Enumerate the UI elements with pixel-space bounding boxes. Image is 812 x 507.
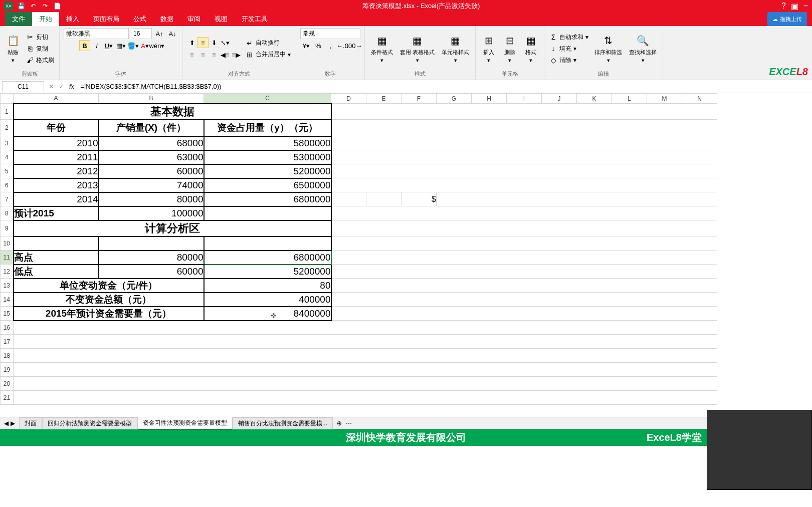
save-button[interactable]: 💾 xyxy=(17,2,25,10)
tab-dev[interactable]: 开发工具 xyxy=(235,12,275,26)
row-header[interactable]: 1 xyxy=(1,104,14,120)
col-header-g[interactable]: G xyxy=(437,94,472,104)
decrease-font-button[interactable]: A↓ xyxy=(167,28,178,39)
cell[interactable]: 5300000 xyxy=(204,150,331,164)
col-header-n[interactable]: N xyxy=(682,94,717,104)
cell-selected[interactable]: 6800000 xyxy=(204,250,331,265)
row-header[interactable]: 11 xyxy=(1,250,14,265)
cell[interactable]: 5800000 xyxy=(204,136,331,150)
row-header[interactable]: 2 xyxy=(1,120,14,136)
sheet-tab-cover[interactable]: 封面 xyxy=(19,417,42,429)
sheet-nav-next[interactable]: ▶ xyxy=(11,420,15,427)
row-header[interactable]: 18 xyxy=(1,349,14,363)
tab-file[interactable]: 文件 xyxy=(5,12,32,26)
cell[interactable]: 2013 xyxy=(14,178,99,192)
sheet-tab-percent[interactable]: 销售百分比法预测资金需要量模... xyxy=(233,417,333,429)
increase-font-button[interactable]: A↑ xyxy=(154,28,165,39)
redo-button[interactable]: ↷ xyxy=(41,2,49,10)
tab-view[interactable]: 视图 xyxy=(208,12,235,26)
cell[interactable]: 80000 xyxy=(99,250,204,265)
col-header-j[interactable]: J xyxy=(542,94,577,104)
cancel-formula-button[interactable]: ✕ xyxy=(46,81,56,92)
select-all-corner[interactable] xyxy=(1,94,14,104)
painter-button[interactable]: 🖌格式刷 xyxy=(25,55,55,66)
tab-home[interactable]: 开始 xyxy=(32,12,59,26)
sort-filter-button[interactable]: ⇅排序和筛选▾ xyxy=(592,32,624,66)
col-header-c[interactable]: C xyxy=(204,94,331,104)
delete-cells-button[interactable]: ⊟删除▾ xyxy=(501,32,519,66)
find-select-button[interactable]: 🔍查找和选择▾ xyxy=(627,32,659,66)
table-format-button[interactable]: ▦套用 表格格式▾ xyxy=(398,32,437,66)
formula-bar[interactable] xyxy=(77,81,812,92)
bold-button[interactable]: B xyxy=(79,40,90,51)
currency-button[interactable]: ¥▾ xyxy=(301,40,312,51)
row-header[interactable]: 7 xyxy=(1,192,14,206)
col-header-b[interactable]: B xyxy=(99,94,204,104)
align-bottom-button[interactable]: ⬇ xyxy=(209,37,220,48)
new-button[interactable]: 📄 xyxy=(53,2,61,10)
name-box[interactable] xyxy=(2,81,44,92)
cell[interactable]: 60000 xyxy=(99,265,204,279)
cell[interactable]: 80 xyxy=(204,279,331,293)
cell[interactable]: 2010 xyxy=(14,136,99,150)
merge-center-button[interactable]: ⊞合并后居中▾ xyxy=(245,49,292,60)
cell[interactable] xyxy=(14,236,99,250)
cell[interactable]: 60000 xyxy=(99,164,204,178)
underline-button[interactable]: U▾ xyxy=(103,40,114,51)
paste-button[interactable]: 📋 粘贴▾ xyxy=(4,32,22,66)
row-header[interactable]: 20 xyxy=(1,377,14,391)
cell[interactable]: 80000 xyxy=(99,192,204,206)
row-header[interactable]: 4 xyxy=(1,150,14,164)
orientation-button[interactable]: ⤡▾ xyxy=(220,37,231,48)
upload-button[interactable]: ☁ 拖拽上传 xyxy=(767,12,807,26)
cell[interactable]: 2012 xyxy=(14,164,99,178)
sheet-tab-habit[interactable]: 资金习性法预测资金需要量模型 xyxy=(137,417,233,430)
sheet-tab-regression[interactable]: 回归分析法预测资金需要量模型 xyxy=(42,417,137,429)
fill-color-button[interactable]: 🪣▾ xyxy=(127,40,138,51)
row-header[interactable]: 10 xyxy=(1,236,14,250)
col-header-d[interactable]: D xyxy=(331,94,366,104)
percent-button[interactable]: % xyxy=(313,40,324,51)
fill-button[interactable]: ↓填充▾ xyxy=(548,44,589,54)
row-header[interactable]: 17 xyxy=(1,335,14,349)
cell[interactable]: 产销量(X)（件） xyxy=(99,120,204,136)
row-header[interactable]: 9 xyxy=(1,220,14,236)
cell[interactable]: 6500000 xyxy=(204,178,331,192)
cell[interactable]: 高点 xyxy=(14,250,99,265)
row-header[interactable]: 14 xyxy=(1,293,14,307)
cell[interactable]: 资金占用量（y）（元） xyxy=(204,120,331,136)
ribbon-options-button[interactable]: ▣ xyxy=(791,2,798,11)
new-sheet-button[interactable]: ⊕ xyxy=(333,420,346,427)
decrease-decimal-button[interactable]: .00→ xyxy=(349,40,360,51)
col-header-l[interactable]: L xyxy=(612,94,647,104)
row-header[interactable]: 5 xyxy=(1,164,14,178)
col-header-k[interactable]: K xyxy=(577,94,612,104)
cell[interactable]: 2011 xyxy=(14,150,99,164)
cell[interactable]: $ xyxy=(401,192,437,206)
worksheet-grid[interactable]: A B C D E F G H I J K L M N 1基本数据 2年份产销量… xyxy=(0,93,812,417)
row-header[interactable]: 8 xyxy=(1,206,14,220)
cell[interactable]: 6800000 xyxy=(204,192,331,206)
row-header[interactable]: 12 xyxy=(1,265,14,279)
cell[interactable] xyxy=(204,236,331,250)
col-header-e[interactable]: E xyxy=(366,94,401,104)
tab-layout[interactable]: 页面布局 xyxy=(86,12,126,26)
row-header[interactable]: 6 xyxy=(1,178,14,192)
wrap-text-button[interactable]: ↵自动换行 xyxy=(245,38,292,48)
col-header-h[interactable]: H xyxy=(472,94,507,104)
increase-indent-button[interactable]: ≡▶ xyxy=(231,49,242,60)
cell[interactable]: 5200000 xyxy=(204,164,331,178)
clear-button[interactable]: ◇清除▾ xyxy=(548,55,589,66)
help-button[interactable]: ? xyxy=(781,2,786,11)
cell[interactable]: 2015年预计资金需要量（元） xyxy=(14,307,204,321)
copy-button[interactable]: ⎘复制 xyxy=(25,44,55,54)
col-header-i[interactable]: I xyxy=(507,94,542,104)
cell[interactable]: 低点 xyxy=(14,265,99,279)
align-left-button[interactable]: ≡ xyxy=(186,49,197,60)
cell[interactable]: 年份 xyxy=(14,120,99,136)
border-button[interactable]: ▦▾ xyxy=(115,40,126,51)
cell[interactable]: 2014 xyxy=(14,192,99,206)
align-top-button[interactable]: ⬆ xyxy=(186,37,197,48)
row-header[interactable]: 13 xyxy=(1,279,14,293)
enter-formula-button[interactable]: ✓ xyxy=(56,81,66,92)
